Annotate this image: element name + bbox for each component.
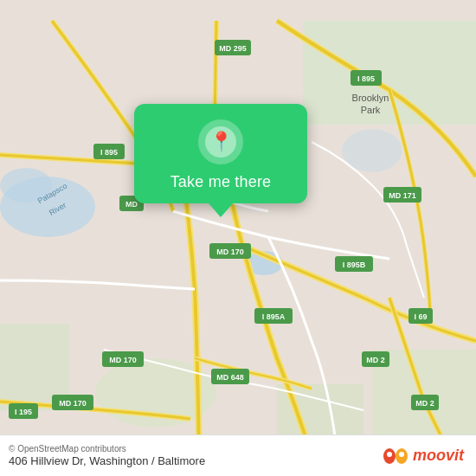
location-icon-inner: 📍 xyxy=(205,126,236,158)
moovit-logo[interactable]: moovit xyxy=(382,444,464,468)
svg-text:I 195: I 195 xyxy=(15,408,32,416)
svg-point-45 xyxy=(387,452,392,457)
svg-text:I 895B: I 895B xyxy=(343,261,366,269)
moovit-text: moovit xyxy=(413,447,464,465)
attribution-text: © OpenStreetMap contributors xyxy=(9,444,205,453)
take-me-there-button[interactable]: Take me there xyxy=(170,173,272,191)
svg-rect-5 xyxy=(303,21,476,125)
svg-text:MD 648: MD 648 xyxy=(216,373,244,382)
bottom-left: © OpenStreetMap contributors 406 Hillvie… xyxy=(9,444,205,467)
svg-text:MD 2: MD 2 xyxy=(415,399,434,408)
svg-text:Park: Park xyxy=(361,105,381,115)
popup-card: 📍 Take me there xyxy=(134,104,307,203)
map-container: MD 295 I 895 I 895 MD MD 170 MD 170 MD 1… xyxy=(0,0,476,476)
svg-text:I 895: I 895 xyxy=(357,74,375,83)
svg-text:MD 170: MD 170 xyxy=(109,356,137,364)
svg-point-47 xyxy=(399,452,404,457)
svg-text:MD 2: MD 2 xyxy=(366,356,385,364)
location-pin-icon: 📍 xyxy=(209,132,233,151)
svg-text:MD 170: MD 170 xyxy=(216,248,244,256)
svg-text:MD 170: MD 170 xyxy=(59,399,87,408)
bottom-bar: © OpenStreetMap contributors 406 Hillvie… xyxy=(0,434,476,476)
svg-text:MD 295: MD 295 xyxy=(219,44,247,53)
map-background: MD 295 I 895 I 895 MD MD 170 MD 170 MD 1… xyxy=(0,0,476,476)
svg-text:I 895: I 895 xyxy=(100,148,118,157)
address-line: 406 Hillview Dr, Washington / Baltimore xyxy=(9,454,205,467)
svg-text:MD 171: MD 171 xyxy=(389,191,416,200)
location-icon-wrap: 📍 xyxy=(198,119,243,164)
svg-text:MD: MD xyxy=(125,200,138,209)
svg-text:Brooklyn: Brooklyn xyxy=(352,93,389,103)
svg-text:I 69: I 69 xyxy=(414,312,427,321)
moovit-pin-icon xyxy=(382,444,409,468)
svg-text:I 895A: I 895A xyxy=(262,312,286,321)
